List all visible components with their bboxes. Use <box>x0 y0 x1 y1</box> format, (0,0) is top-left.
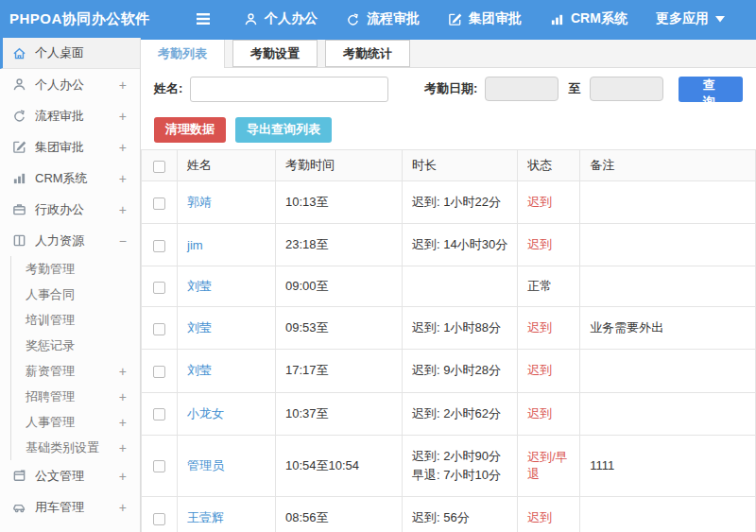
sidebar-item[interactable]: 个人办公+ <box>0 69 140 100</box>
app-title: PHPOA协同办公软件 <box>0 10 140 28</box>
sidebar-subitem[interactable]: 薪资管理+ <box>11 358 140 384</box>
sidebar-subitem[interactable]: 培训管理 <box>11 307 140 333</box>
export-list-button[interactable]: 导出查询列表 <box>235 117 332 143</box>
sidebar-item[interactable]: 个人桌面 <box>0 38 140 69</box>
expand-icon[interactable]: + <box>119 415 127 430</box>
date-to-label: 至 <box>568 80 580 97</box>
table-row: 刘莹09:00至正常 <box>142 266 756 307</box>
tab-attendance-stats[interactable]: 考勤统计 <box>325 40 410 67</box>
sidebar-item-label: 流程审批 <box>35 108 119 125</box>
sidebar-item[interactable]: 用车管理+ <box>0 491 140 523</box>
clean-data-button[interactable]: 清理数据 <box>154 117 226 143</box>
row-checkbox[interactable] <box>153 323 165 335</box>
expand-icon[interactable]: + <box>119 440 127 455</box>
sidebar-subitem[interactable]: 人事管理+ <box>11 409 140 435</box>
expand-icon[interactable]: + <box>119 109 127 124</box>
duration-text: 迟到: 1小时88分 <box>412 318 507 337</box>
sidebar-item[interactable]: 流程审批+ <box>0 100 140 131</box>
table-row: 刘莹17:17至迟到: 9小时28分迟到 <box>142 350 756 392</box>
table-row: 王壹辉08:56至迟到: 56分迟到 <box>142 496 756 532</box>
topnav-item[interactable]: 集团审批 <box>448 10 522 27</box>
col-header-status: 状态 <box>518 150 580 181</box>
search-button[interactable]: 查 询 <box>679 77 743 102</box>
date-end-input[interactable] <box>590 77 663 101</box>
attendance-table: 姓名 考勤时间 时长 状态 备注 郭靖10:13至迟到: 1小时22分迟到jim… <box>141 149 756 532</box>
attendance-time: 10:37至 <box>276 392 403 435</box>
employee-name-link[interactable]: 刘莹 <box>187 363 212 377</box>
status-text: 迟到/早退 <box>518 435 580 496</box>
main-content: 考勤列表考勤设置考勤统计 姓名: 考勤日期: 至 查 询 清理数据 导出查询列表… <box>141 38 756 532</box>
sidebar-item-label: 公文管理 <box>35 468 119 485</box>
row-checkbox[interactable] <box>153 197 165 210</box>
topnav-item[interactable]: 个人办公 <box>244 10 318 27</box>
date-start-input[interactable] <box>485 77 558 101</box>
chart-icon <box>550 12 564 26</box>
sidebar-item-label: 个人办公 <box>35 77 119 94</box>
employee-name-link[interactable]: 王壹辉 <box>187 510 224 524</box>
status-text: 迟到 <box>518 350 580 392</box>
attendance-time: 10:54至10:54 <box>276 435 403 496</box>
row-checkbox[interactable] <box>153 366 165 378</box>
caret-down-icon <box>715 16 725 23</box>
row-checkbox[interactable] <box>153 240 165 252</box>
table-row: 郭靖10:13至迟到: 1小时22分迟到 <box>142 181 756 224</box>
employee-name-link[interactable]: 郭靖 <box>187 195 212 209</box>
sidebar-item[interactable]: 行政办公+ <box>0 194 140 225</box>
sidebar-subitem[interactable]: 基础类别设置+ <box>11 435 140 460</box>
duration-text: 迟到: 56分 <box>412 508 507 527</box>
sidebar-subitem[interactable]: 招聘管理+ <box>11 384 140 409</box>
employee-name-link[interactable]: jim <box>187 238 203 252</box>
topnav-item-label: 更多应用 <box>656 10 709 27</box>
topnav-item-label: 流程审批 <box>367 10 420 27</box>
status-text: 迟到 <box>518 307 580 350</box>
expand-icon[interactable]: + <box>119 500 127 515</box>
sidebar-item[interactable]: 公文管理+ <box>0 460 140 491</box>
topnav-item-label: 集团审批 <box>469 10 522 27</box>
sidebar-item[interactable]: 人力资源− <box>0 225 140 256</box>
sidebar-subitem-label: 考勤管理 <box>26 261 127 278</box>
topnav-item-label: CRM系统 <box>571 10 627 27</box>
sidebar-item-label: 人力资源 <box>35 232 119 249</box>
employee-name-link[interactable]: 小龙女 <box>187 406 224 420</box>
menu-toggle-icon[interactable] <box>195 12 212 26</box>
topnav-item[interactable]: CRM系统 <box>550 10 627 27</box>
sidebar-subitem[interactable]: 考勤管理 <box>11 256 140 282</box>
tab-attendance-list[interactable]: 考勤列表 <box>141 40 225 68</box>
sidebar-subitem-label: 基础类别设置 <box>26 439 119 456</box>
sidebar-item[interactable]: CRM系统+ <box>0 163 140 194</box>
expand-icon[interactable]: + <box>119 202 127 217</box>
attendance-time: 17:17至 <box>276 350 403 392</box>
sidebar: 个人桌面个人办公+流程审批+集团审批+CRM系统+行政办公+人力资源−考勤管理人… <box>0 38 141 532</box>
date-filter-label: 考勤日期: <box>424 80 477 97</box>
expand-icon[interactable]: + <box>119 140 127 155</box>
collapse-icon[interactable]: − <box>119 233 127 249</box>
sidebar-item-label: 集团审批 <box>35 139 119 156</box>
expand-icon[interactable]: + <box>119 364 127 379</box>
status-text: 迟到 <box>518 181 580 224</box>
attendance-time: 09:00至 <box>276 266 403 307</box>
sidebar-item[interactable]: 集团审批+ <box>0 131 140 163</box>
sidebar-subitem[interactable]: 奖惩记录 <box>11 333 140 358</box>
employee-name-link[interactable]: 刘莹 <box>187 279 212 293</box>
action-bar: 清理数据 导出查询列表 <box>141 110 756 149</box>
topnav-item[interactable]: 流程审批 <box>346 10 420 27</box>
select-all-checkbox[interactable] <box>153 161 165 173</box>
user-icon <box>12 77 26 92</box>
row-checkbox[interactable] <box>153 408 165 420</box>
expand-icon[interactable]: + <box>119 469 127 484</box>
sidebar-subitem[interactable]: 人事合同 <box>11 282 140 307</box>
employee-name-link[interactable]: 刘莹 <box>187 320 212 335</box>
row-checkbox[interactable] <box>153 460 165 472</box>
briefcase-icon <box>12 202 26 216</box>
expand-icon[interactable]: + <box>119 171 127 186</box>
expand-icon[interactable]: + <box>119 389 127 404</box>
row-checkbox[interactable] <box>153 282 165 294</box>
row-checkbox[interactable] <box>153 513 165 525</box>
sidebar-subitem-label: 人事合同 <box>26 286 127 303</box>
name-filter-input[interactable] <box>190 77 388 102</box>
topnav-item[interactable]: 更多应用 <box>656 10 725 27</box>
expand-icon[interactable]: + <box>119 77 127 93</box>
employee-name-link[interactable]: 管理员 <box>187 458 224 472</box>
edit-icon <box>12 140 26 154</box>
tab-attendance-settings[interactable]: 考勤设置 <box>232 40 318 67</box>
